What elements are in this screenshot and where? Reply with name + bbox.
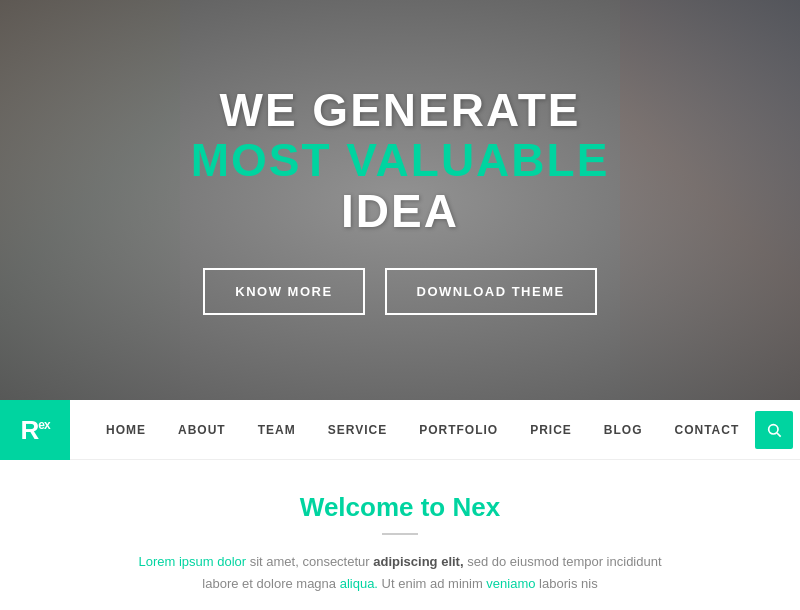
nav-service[interactable]: SERVICE [312, 400, 403, 460]
svg-line-1 [777, 433, 781, 437]
hero-buttons: KNOW MORE DOWNLOAD THEME [203, 268, 596, 315]
nav-team[interactable]: TEAM [242, 400, 312, 460]
logo[interactable]: Rex [0, 400, 70, 460]
welcome-title: Welcome to Nex [60, 492, 740, 523]
nav-links: HOME ABOUT TEAM SERVICE PORTFOLIO PRICE … [70, 400, 755, 460]
navbar: Rex HOME ABOUT TEAM SERVICE PORTFOLIO PR… [0, 400, 800, 460]
logo-text: Rex [20, 417, 49, 443]
welcome-body: Lorem ipsum dolor sit amet, consectetur … [120, 551, 680, 595]
download-theme-button[interactable]: DOWNLOAD THEME [385, 268, 597, 315]
know-more-button[interactable]: KNOW MORE [203, 268, 364, 315]
search-button[interactable] [755, 411, 793, 449]
nav-price[interactable]: PRICE [514, 400, 588, 460]
hero-title-line3: IDEA [341, 186, 459, 237]
nav-contact[interactable]: CONTACT [659, 400, 756, 460]
welcome-section: Welcome to Nex Lorem ipsum dolor sit ame… [0, 460, 800, 610]
hero-title-line1: WE GENERATE [219, 85, 580, 136]
welcome-divider [382, 533, 418, 535]
nav-blog[interactable]: BLOG [588, 400, 659, 460]
nav-home[interactable]: HOME [90, 400, 162, 460]
hero-content: WE GENERATE MOST VALUABLE IDEA KNOW MORE… [0, 0, 800, 400]
hero-section: WE GENERATE MOST VALUABLE IDEA KNOW MORE… [0, 0, 800, 400]
hero-title-line2: MOST VALUABLE [191, 135, 610, 186]
welcome-title-plain: Welcome to [300, 492, 453, 522]
search-icon [766, 422, 782, 438]
nav-about[interactable]: ABOUT [162, 400, 242, 460]
svg-point-0 [769, 424, 778, 433]
nav-portfolio[interactable]: PORTFOLIO [403, 400, 514, 460]
welcome-title-colored: Nex [452, 492, 500, 522]
